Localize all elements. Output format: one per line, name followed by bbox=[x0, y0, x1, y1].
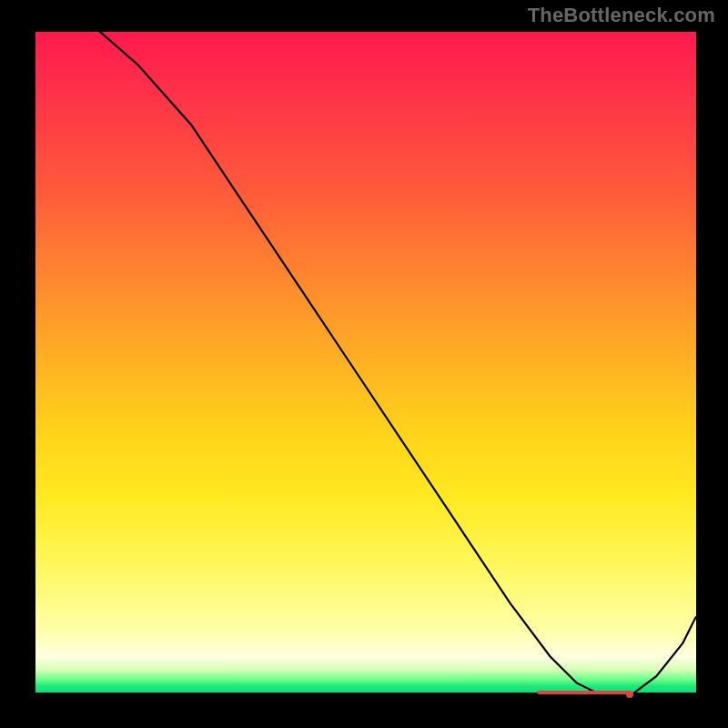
plot-area bbox=[32, 32, 696, 696]
optimal-point-marker bbox=[626, 691, 633, 698]
watermark-text: TheBottleneck.com bbox=[528, 4, 715, 27]
chart-frame: TheBottleneck.com bbox=[0, 0, 728, 728]
optimal-range-marker bbox=[537, 691, 630, 694]
axes-box bbox=[32, 32, 696, 696]
